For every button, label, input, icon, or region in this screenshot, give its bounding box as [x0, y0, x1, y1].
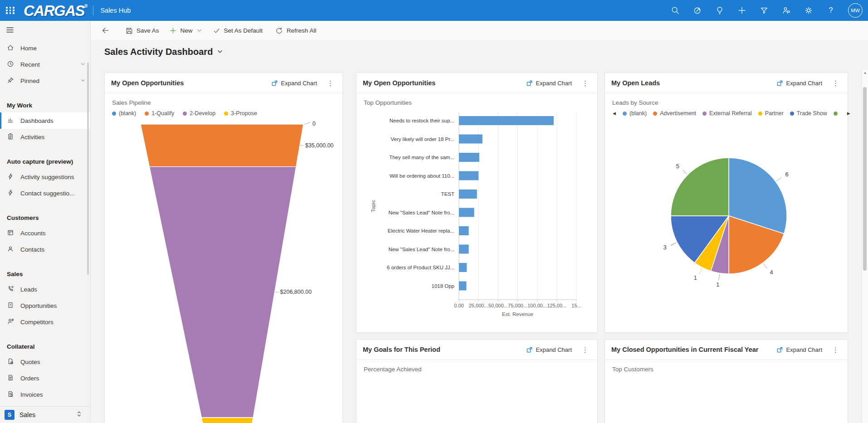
legend-dot	[623, 112, 627, 116]
sidebar-item-competitors[interactable]: Competitors	[0, 314, 90, 330]
svg-text:New "Sales Lead" Note fro...: New "Sales Lead" Note fro...	[388, 247, 454, 252]
svg-text:6: 6	[785, 171, 789, 178]
svg-text:Needs to restock their sup...: Needs to restock their sup...	[390, 118, 454, 123]
svg-text:Topic: Topic	[371, 200, 376, 212]
svg-text:25,000...: 25,000...	[469, 303, 488, 308]
legend-item-partial[interactable]	[834, 112, 840, 116]
quick-create-plus-icon[interactable]	[737, 5, 747, 15]
svg-text:5: 5	[676, 163, 679, 170]
sidebar-item-opportunities[interactable]: Opportunities	[0, 297, 90, 314]
avatar[interactable]: MW	[848, 3, 863, 18]
legend-dot	[834, 112, 838, 116]
sidebar-item-pinned[interactable]: Pinned	[0, 73, 90, 89]
sidebar-item-orders[interactable]: Orders	[0, 370, 90, 386]
legend-prev-arrow-icon[interactable]: ◀	[612, 111, 616, 116]
legend-dot	[112, 112, 116, 116]
expand-chart-icon	[526, 80, 533, 87]
legend-item-advertisement[interactable]: Advertisement	[653, 110, 696, 117]
sidebar-item-contacts[interactable]: Contacts	[0, 241, 90, 258]
funnel-segment-3-propose	[201, 418, 253, 423]
expand-chart-button[interactable]: Expand Chart	[526, 80, 572, 87]
lightbulb-icon[interactable]	[715, 5, 725, 15]
legend-item-external-referral[interactable]: External Referral	[702, 110, 752, 117]
app-name[interactable]: Sales Hub	[100, 7, 131, 14]
funnel-segment-1-qualify	[141, 124, 303, 167]
scrollbar-thumb[interactable]	[863, 87, 867, 271]
sales-pipeline-funnel-chart: 0$35,000.00$206,800.00	[105, 119, 342, 423]
expand-chart-icon	[271, 80, 278, 87]
legend-item-partner[interactable]: Partner	[758, 110, 784, 117]
sidebar-item-label: Invoices	[20, 391, 43, 398]
sidebar-item-contact-suggestio[interactable]: Contact suggestio...	[0, 185, 90, 201]
expand-chart-button[interactable]: Expand Chart	[271, 80, 317, 87]
legend-item-2-develop[interactable]: 2-Develop	[183, 110, 215, 117]
legend-item-trade-show[interactable]: Trade Show	[790, 110, 827, 117]
compass-icon[interactable]	[692, 5, 702, 15]
card-my-open-opportunities-funnel: My Open Opportunities Expand Chart ⋮ Sal…	[104, 73, 343, 423]
card-title: My Open Opportunities	[111, 79, 184, 87]
bar-they-sell-many-of-the-sam	[459, 153, 479, 162]
refresh-all-button[interactable]: Refresh All	[270, 23, 321, 38]
svg-text:50,000...: 50,000...	[488, 303, 508, 308]
bar-will-be-ordering-about-110	[459, 171, 478, 180]
feedback-person-icon[interactable]	[781, 5, 791, 15]
bar-needs-to-restock-their-sup	[459, 116, 554, 125]
search-icon[interactable]	[670, 5, 680, 15]
svg-text:1: 1	[716, 281, 719, 288]
sales-hub-dashboard-page: { "app": { "logo_text": "CARGAS", "logo_…	[0, 0, 868, 423]
back-button[interactable]	[96, 23, 114, 38]
legend-next-arrow-icon[interactable]: ▶	[847, 111, 851, 116]
phone-icon	[7, 285, 14, 294]
area-badge: S	[5, 410, 15, 420]
svg-text:They sell many of the sam...: They sell many of the sam...	[389, 155, 454, 160]
expand-chart-button[interactable]: Expand Chart	[776, 346, 823, 353]
top-opportunities-bar-chart: 0.0025,000...50,000...75,000...100,00...…	[356, 108, 597, 326]
settings-gear-icon[interactable]	[804, 5, 814, 15]
area-switcher[interactable]: S Sales	[0, 406, 90, 423]
sidebar-item-quotes[interactable]: Quotes	[0, 354, 90, 370]
expand-chart-icon	[776, 80, 783, 87]
expand-chart-button[interactable]: Expand Chart	[526, 346, 572, 353]
more-options-kebab-icon[interactable]: ⋮	[580, 80, 591, 87]
legend-item-blank[interactable]: (blank)	[112, 110, 136, 117]
hamburger-menu-icon[interactable]	[0, 21, 20, 39]
expand-chart-button[interactable]: Expand Chart	[776, 80, 823, 87]
sidebar-item-home[interactable]: Home	[0, 40, 90, 56]
dashboard-selector-chevron-icon[interactable]	[217, 49, 223, 57]
legend-dot	[183, 112, 187, 116]
sidebar-item-activities[interactable]: Activities	[0, 129, 90, 145]
dashboard-icon	[7, 117, 14, 125]
sidebar-item-dashboards[interactable]: Dashboards	[0, 112, 90, 129]
svg-text:4: 4	[770, 269, 773, 276]
scrollbar-up-arrow-icon[interactable]: ▲	[862, 71, 868, 75]
legend-item-1-qualify[interactable]: 1-Qualify	[145, 110, 174, 117]
filter-icon[interactable]	[759, 5, 769, 15]
sidebar-item-recent[interactable]: Recent	[0, 56, 90, 73]
app-launcher-waffle-icon[interactable]	[0, 0, 21, 21]
more-options-kebab-icon[interactable]: ⋮	[580, 346, 591, 353]
sidebar-item-label: Opportunities	[20, 302, 57, 309]
sitemap-sidebar: HomeRecentPinnedMy WorkDashboardsActivit…	[0, 21, 91, 423]
sidebar-item-leads[interactable]: Leads	[0, 281, 90, 297]
legend-item-blank[interactable]: (blank)	[623, 110, 647, 117]
vertical-scrollbar[interactable]: ▲	[862, 70, 868, 423]
sidebar-item-invoices[interactable]: Invoices	[0, 386, 90, 403]
bar-very-likely-will-order-18-pr	[459, 135, 483, 144]
sidebar-item-accounts[interactable]: Accounts	[0, 225, 90, 241]
new-button[interactable]: New	[164, 23, 208, 38]
svg-text:15...: 15...	[571, 303, 581, 308]
legend-item-3-propose[interactable]: 3-Propose	[224, 110, 257, 117]
set-as-default-button[interactable]: Set As Default	[208, 23, 268, 38]
pie-legend: ◀ (blank)AdvertisementExternal ReferralP…	[612, 110, 840, 117]
svg-text:6 orders of Product SKU JJ...: 6 orders of Product SKU JJ...	[387, 265, 454, 270]
sidebar-item-activity-suggestions[interactable]: Activity suggestions	[0, 169, 90, 185]
chevron-down-icon	[80, 78, 86, 84]
more-options-kebab-icon[interactable]: ⋮	[325, 80, 336, 87]
more-options-kebab-icon[interactable]: ⋮	[830, 80, 841, 87]
card-title: My Closed Opportunities in Current Fisca…	[611, 346, 758, 353]
sidebar-scrollbar-thumb[interactable]	[87, 63, 89, 275]
svg-text:75,000...: 75,000...	[508, 303, 527, 308]
save-as-button[interactable]: Save As	[120, 23, 164, 38]
help-icon[interactable]: ?	[826, 5, 836, 15]
more-options-kebab-icon[interactable]: ⋮	[830, 346, 841, 353]
